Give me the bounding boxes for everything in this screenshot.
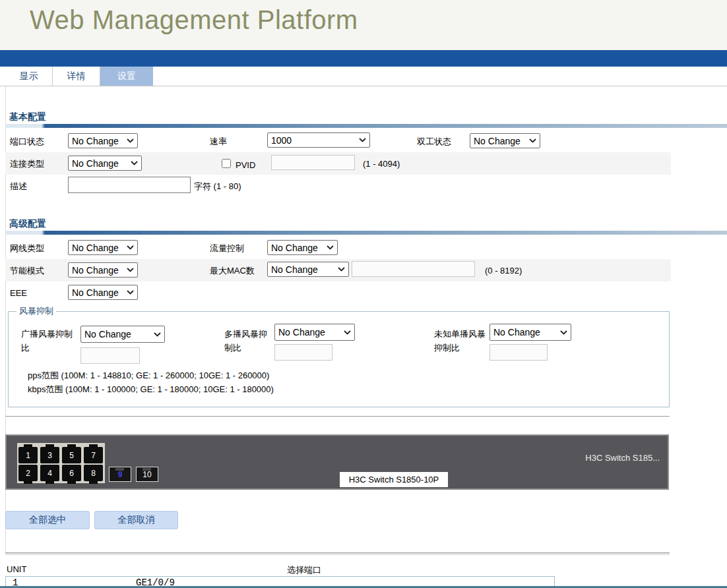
deselect-all-button[interactable]: 全部取消 bbox=[94, 511, 178, 529]
port-7[interactable]: 7 bbox=[84, 447, 103, 463]
port-8[interactable]: 8 bbox=[84, 465, 103, 481]
chevron-down-icon bbox=[560, 330, 567, 335]
port-select-header: 选择端口 bbox=[287, 564, 321, 575]
separator bbox=[5, 552, 670, 555]
port-2[interactable]: 2 bbox=[18, 465, 38, 481]
speed-select[interactable]: 1000 bbox=[267, 132, 370, 148]
link-type-label: 连接类型 bbox=[10, 158, 44, 169]
select-all-button[interactable]: 全部选中 bbox=[5, 511, 90, 529]
pvid-range: (1 - 4094) bbox=[363, 158, 400, 169]
chevron-down-icon bbox=[529, 138, 536, 143]
web-management-platform: Web Management Platform 显示 详情 设置 基本配置 端口… bbox=[0, 0, 727, 588]
port-number: 8 bbox=[91, 469, 96, 478]
unit-header: UNIT bbox=[7, 564, 26, 575]
duplex-value: No Change bbox=[474, 136, 521, 146]
tab-label: 显示 bbox=[20, 71, 38, 82]
cable-type-select[interactable]: No Change bbox=[68, 240, 138, 255]
chevron-down-icon bbox=[127, 245, 134, 250]
unicast-suppression-select[interactable]: No Change bbox=[490, 324, 571, 341]
flow-control-label: 流量控制 bbox=[210, 243, 244, 254]
port-number: 4 bbox=[47, 469, 52, 478]
description-label: 描述 bbox=[10, 181, 27, 192]
pvid-label: PVID bbox=[236, 160, 255, 171]
pvid-input[interactable] bbox=[271, 155, 355, 170]
port-status-label: 端口状态 bbox=[10, 136, 44, 147]
eee-select[interactable]: No Change bbox=[68, 285, 138, 300]
rj45-port-block: 1 3 5 7 2 4 6 8 bbox=[17, 443, 105, 483]
max-mac-value: No Change bbox=[271, 264, 318, 275]
section-underline-basic bbox=[5, 124, 727, 128]
multicast-suppression-select[interactable]: No Change bbox=[274, 324, 355, 341]
chevron-down-icon bbox=[131, 161, 138, 165]
port-number: 3 bbox=[47, 451, 52, 460]
section-title-basic: 基本配置 bbox=[9, 111, 46, 123]
port-number: 6 bbox=[69, 469, 74, 478]
pps-range-text: pps范围 (100M: 1 - 148810; GE: 1 - 260000;… bbox=[28, 370, 269, 381]
chevron-down-icon bbox=[127, 290, 134, 295]
power-save-select[interactable]: No Change bbox=[68, 262, 138, 278]
port-number: 1 bbox=[26, 451, 30, 460]
link-type-select[interactable]: No Change bbox=[68, 156, 142, 171]
tab-display[interactable]: 显示 bbox=[5, 67, 53, 86]
page-title: Web Management Platform bbox=[30, 5, 358, 35]
chevron-down-icon bbox=[344, 330, 351, 335]
cable-type-value: No Change bbox=[72, 243, 119, 253]
port-6[interactable]: 6 bbox=[62, 465, 81, 481]
port-number: 10 bbox=[142, 470, 151, 479]
max-mac-range: (0 - 8192) bbox=[485, 265, 522, 276]
broadcast-suppression-select[interactable]: No Change bbox=[80, 326, 165, 343]
section-underline-advanced bbox=[5, 231, 727, 235]
chevron-down-icon bbox=[127, 268, 134, 272]
tab-details[interactable]: 详情 bbox=[53, 67, 100, 86]
description-input[interactable] bbox=[68, 177, 191, 193]
eee-value: No Change bbox=[72, 287, 119, 298]
top-accent-bar bbox=[0, 50, 727, 67]
description-hint: 字符 (1 - 80) bbox=[194, 181, 241, 192]
device-panel: 1 3 5 7 2 4 6 8 9 10 H3C Switch S185... … bbox=[5, 434, 669, 490]
section-title-advanced: 高级配置 bbox=[9, 218, 46, 230]
port-10[interactable]: 10 bbox=[136, 467, 158, 482]
device-model-label: H3C Switch S185... bbox=[585, 453, 660, 463]
multicast-suppression-label: 多播风暴抑制比 bbox=[224, 327, 268, 355]
power-save-value: No Change bbox=[72, 265, 119, 276]
tab-settings[interactable]: 设置 bbox=[100, 67, 153, 86]
broadcast-suppression-value: No Change bbox=[84, 329, 131, 339]
cable-type-label: 网线类型 bbox=[10, 243, 44, 254]
unicast-suppression-input[interactable] bbox=[490, 344, 548, 361]
speed-value: 1000 bbox=[271, 135, 292, 146]
chevron-down-icon bbox=[359, 138, 366, 142]
speed-label: 速率 bbox=[210, 136, 227, 147]
multicast-suppression-input[interactable] bbox=[274, 344, 332, 361]
power-save-label: 节能模式 bbox=[10, 265, 44, 276]
multicast-suppression-value: No Change bbox=[278, 327, 325, 338]
flow-control-value: No Change bbox=[271, 243, 318, 253]
port-4[interactable]: 4 bbox=[40, 465, 59, 481]
port-9[interactable]: 9 bbox=[109, 467, 131, 482]
unicast-suppression-value: No Change bbox=[493, 327, 540, 338]
port-number: 9 bbox=[118, 470, 123, 479]
duplex-select[interactable]: No Change bbox=[470, 133, 540, 148]
max-mac-input[interactable] bbox=[352, 261, 475, 277]
chevron-down-icon bbox=[338, 267, 345, 272]
device-tooltip: H3C Switch S1850-10P bbox=[339, 471, 449, 488]
flow-control-select[interactable]: No Change bbox=[267, 240, 338, 255]
chevron-down-icon bbox=[154, 332, 161, 337]
max-mac-select[interactable]: No Change bbox=[267, 262, 349, 277]
port-status-value: No Change bbox=[72, 136, 119, 146]
port-number: 5 bbox=[69, 451, 74, 460]
unicast-suppression-label: 未知单播风暴抑制比 bbox=[434, 327, 488, 355]
chevron-down-icon bbox=[327, 245, 334, 250]
separator bbox=[5, 416, 670, 417]
tab-label: 详情 bbox=[67, 71, 86, 82]
port-number: 2 bbox=[26, 469, 30, 478]
pvid-checkbox[interactable] bbox=[222, 159, 231, 168]
storm-legend: 风暴抑制 bbox=[16, 305, 56, 317]
port-1[interactable]: 1 bbox=[18, 447, 38, 463]
port-status-select[interactable]: No Change bbox=[68, 133, 138, 148]
port-number: 7 bbox=[91, 451, 96, 460]
broadcast-suppression-input[interactable] bbox=[80, 347, 140, 364]
port-5[interactable]: 5 bbox=[62, 447, 81, 463]
link-type-value: No Change bbox=[72, 158, 119, 169]
tab-bar: 显示 详情 设置 bbox=[0, 67, 727, 86]
port-3[interactable]: 3 bbox=[40, 447, 59, 463]
